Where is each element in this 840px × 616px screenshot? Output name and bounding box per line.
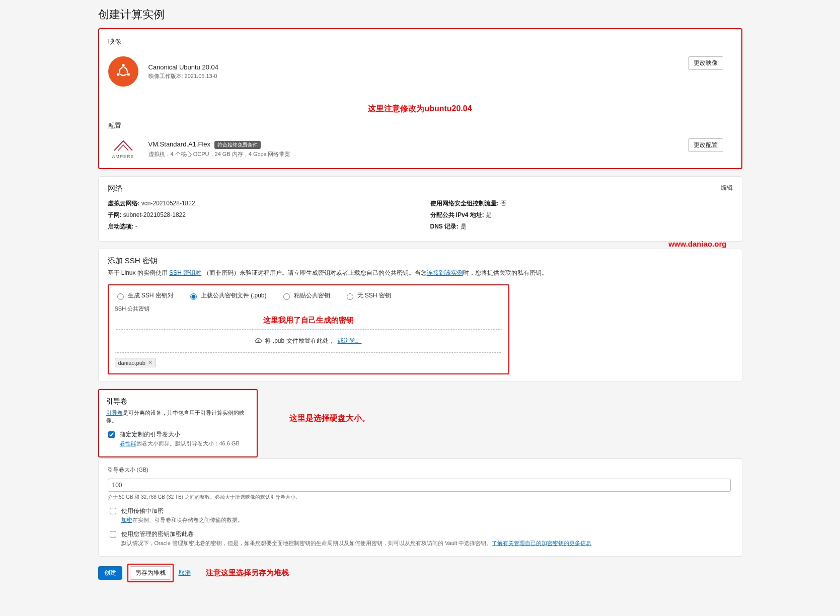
boot-desc-rest: 是可分离的设备，其中包含用于引导计算实例的映像。 (106, 410, 245, 423)
radio-none[interactable] (347, 293, 353, 300)
cb-encrypt-sub: 加密在实例、引导卷和块存储卷之间传输的数据。 (121, 516, 243, 524)
radio-paste-label: 粘贴公共密钥 (294, 291, 330, 300)
encrypt-link[interactable]: 加密 (121, 517, 132, 523)
ipv4-value: 是 (486, 211, 492, 218)
vcn-value: vcn-20210528-1822 (141, 200, 195, 207)
shape-name-text: VM.Standard.A1.Flex (148, 140, 211, 148)
ssh-pubkey-label: SSH 公共密钥 (115, 305, 502, 313)
shape-spec: 虚拟机，4 个核心 OCPU，24 GB 内存，4 Gbps 网络带宽 (148, 150, 290, 158)
ssh-option-none[interactable]: 无 SSH 密钥 (344, 291, 391, 300)
ampere-brand: AMPERE (108, 154, 138, 159)
cb-custom-size-sub-rest: 因卷大小而异。默认引导卷大小：46.6 GB (136, 440, 240, 446)
cb-own-key-label: 使用您管理的密钥加密此卷 (121, 530, 592, 538)
cancel-link[interactable]: 取消 (179, 569, 191, 577)
change-image-button[interactable]: 更改映像 (688, 56, 723, 70)
change-shape-button[interactable]: 更改配置 (688, 138, 723, 152)
boot-heading: 引导卷 (106, 397, 250, 406)
radio-upload-label: 上载公共密钥文件 (.pub) (201, 291, 267, 300)
ssh-panel: www.daniao.org 添加 SSH 密钥 基于 Linux 的实例使用 … (98, 249, 742, 382)
dns-value: 是 (461, 223, 467, 230)
network-panel: 网络 编辑 虚拟云网络: vcn-20210528-1822 子网: subne… (98, 176, 742, 242)
shape-section-label: 配置 (108, 121, 732, 130)
boot-desc: 引导卷是可分离的设备，其中包含用于引导计算实例的映像。 (106, 409, 250, 424)
image-annotation: 这里注意修改为ubuntu20.04 (108, 104, 732, 114)
vcn-label: 虚拟云网络: (108, 200, 140, 207)
cb-encrypt-transit[interactable] (110, 508, 116, 514)
nsg-label: 使用网络安全组控制流量: (430, 200, 499, 207)
cb-custom-size-sub: 卷性能因卷大小而异。默认引导卷大小：46.6 GB (120, 440, 240, 447)
svg-point-6 (127, 73, 130, 76)
ssh-desc-3: 时，您将提供关联的私有密钥。 (463, 269, 548, 276)
chip-remove-icon[interactable]: ✕ (148, 359, 152, 366)
svg-rect-2 (122, 67, 124, 68)
footer-row: 创建 另存为堆栈 取消 注意这里选择另存为堆栈 (98, 564, 742, 582)
free-badge: 符合始终免费条件 (214, 141, 261, 149)
image-shape-panel: 映像 Canonical Ubuntu 20.04 映像工作版本: 2021.0… (98, 28, 742, 169)
cb-custom-size[interactable] (108, 431, 115, 438)
save-as-stack-button[interactable]: 另存为堆栈 (130, 566, 171, 580)
boot-extra-panel: 引导卷大小 (GB) 介于 50 GB 和 32,768 GB (32 TB) … (98, 458, 742, 557)
ssh-connect-link[interactable]: 连接到该实例 (427, 269, 463, 276)
cb-encrypt-label: 使用传输中加密 (121, 507, 243, 515)
page-title: 创建计算实例 (98, 7, 742, 22)
create-button[interactable]: 创建 (98, 566, 122, 580)
volume-perf-link[interactable]: 卷性能 (120, 440, 136, 446)
ssh-option-upload[interactable]: 上载公共密钥文件 (.pub) (188, 291, 267, 300)
ampere-icon: AMPERE (108, 139, 138, 159)
boot-size-hint: 介于 50 GB 和 32,768 GB (32 TB) 之间的整数。必须大于所… (108, 494, 733, 501)
ssh-option-paste[interactable]: 粘贴公共密钥 (281, 291, 330, 300)
ubuntu-icon (108, 56, 138, 87)
launch-label: 启动选项: (108, 223, 134, 230)
radio-generate-label: 生成 SSH 密钥对 (128, 291, 174, 300)
ipv4-label: 分配公共 IPv4 地址: (430, 211, 484, 218)
image-version: 映像工作版本: 2021.05.13-0 (148, 72, 219, 80)
ssh-options-box: 生成 SSH 密钥对 上载公共密钥文件 (.pub) 粘贴公共密钥 无 SSH … (108, 284, 509, 374)
cb-custom-size-label: 指定定制的引导卷大小 (120, 430, 240, 439)
shape-row: AMPERE VM.Standard.A1.Flex 符合始终免费条件 虚拟机，… (108, 135, 732, 161)
dns-label: DNS 记录: (430, 223, 459, 230)
ssh-option-generate[interactable]: 生成 SSH 密钥对 (115, 291, 174, 300)
shape-name: VM.Standard.A1.Flex 符合始终免费条件 (148, 140, 290, 149)
uploaded-file-chip: daniao.pub ✕ (115, 358, 156, 367)
cb-own-key-sub-prefix: 默认情况下，Oracle 管理加密此卷的密钥，但是，如果您想要全面地控制密钥的生… (121, 540, 492, 546)
launch-value: - (135, 223, 137, 230)
image-section-label: 映像 (108, 37, 732, 46)
ssh-annotation: 这里我用了自己生成的密钥 (115, 316, 502, 325)
upload-icon (255, 338, 262, 345)
ssh-desc-1: 基于 Linux 的实例使用 (108, 269, 170, 276)
boot-volume-panel: 引导卷 引导卷是可分离的设备，其中包含用于引导计算实例的映像。 指定定制的引导卷… (98, 389, 258, 457)
chip-name: daniao.pub (118, 360, 145, 366)
radio-generate[interactable] (117, 293, 124, 300)
save-stack-highlight: 另存为堆栈 (127, 564, 174, 582)
subnet-label: 子网: (108, 211, 122, 218)
boot-volume-link[interactable]: 引导卷 (106, 410, 123, 416)
watermark: www.daniao.org (668, 240, 726, 248)
cb-encrypt-sub-rest: 在实例、引导卷和块存储卷之间传输的数据。 (132, 517, 243, 523)
boot-size-label: 引导卷大小 (GB) (108, 466, 733, 474)
ssh-description: 基于 Linux 的实例使用 SSH 密钥对 （而非密码）来验证远程用户。请立即… (108, 269, 733, 277)
own-key-learn-link[interactable]: 了解有关管理自己的加密密钥的更多信息 (492, 540, 591, 546)
ssh-dropzone[interactable]: 将 .pub 文件放置在此处， 或浏览。 (115, 329, 502, 353)
cb-own-key-sub: 默认情况下，Oracle 管理加密此卷的密钥，但是，如果您想要全面地控制密钥的生… (121, 540, 592, 547)
svg-point-5 (122, 64, 125, 67)
ssh-desc-2: （而非密码）来验证远程用户。请立即生成密钥对或者上载您自己的公共密钥。当您 (201, 269, 426, 276)
edit-network-link[interactable]: 编辑 (721, 184, 733, 192)
nsg-value: 否 (500, 200, 506, 207)
subnet-value: subnet-20210528-1822 (123, 211, 186, 218)
dropzone-text: 将 .pub 文件放置在此处， (265, 337, 334, 345)
boot-size-input[interactable] (108, 479, 731, 492)
ssh-heading: 添加 SSH 密钥 (108, 256, 733, 266)
cb-own-key[interactable] (110, 531, 116, 537)
ssh-keypair-link[interactable]: SSH 密钥对 (169, 269, 201, 276)
svg-point-7 (116, 73, 119, 76)
boot-annotation: 这里是选择硬盘大小。 (289, 413, 370, 424)
radio-upload[interactable] (190, 293, 197, 300)
browse-link[interactable]: 或浏览。 (338, 337, 362, 345)
image-row: Canonical Ubuntu 20.04 映像工作版本: 2021.05.1… (108, 51, 732, 97)
radio-paste[interactable] (283, 293, 290, 300)
image-name: Canonical Ubuntu 20.04 (148, 63, 219, 71)
footer-annotation: 注意这里选择另存为堆栈 (206, 568, 289, 578)
network-heading: 网络 (108, 184, 733, 193)
radio-none-label: 无 SSH 密钥 (357, 291, 391, 300)
